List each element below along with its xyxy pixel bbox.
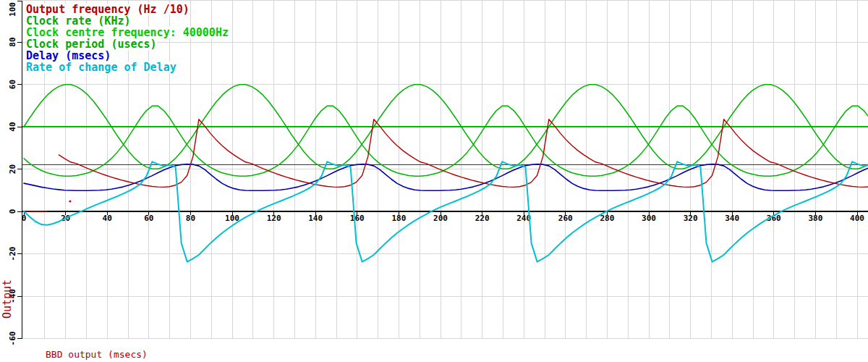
x-tick-label: 340	[725, 214, 739, 223]
legend-item-rate-of-change: Rate of change of Delay	[26, 62, 176, 73]
x-tick-label: 400	[850, 214, 864, 223]
x-axis-title: BBD output (msecs)	[46, 349, 148, 360]
y-tick-label: 60	[8, 80, 17, 89]
x-tick-label: 300	[642, 214, 656, 223]
x-tick-label: 120	[267, 214, 281, 223]
legend-item-delay: Delay (msecs)	[26, 50, 111, 62]
x-tick-label: 260	[558, 214, 573, 223]
x-tick-label: 280	[600, 214, 614, 223]
legend: Output frequency (Hz /10) Clock rate (KH…	[26, 4, 229, 73]
stray-data-point	[69, 200, 71, 202]
legend-item-clock-rate: Clock rate (KHz)	[26, 15, 131, 27]
legend-item-clock-period: Clock period (usecs)	[26, 38, 157, 50]
series-layer	[24, 85, 868, 262]
x-tick-label: 140	[308, 214, 323, 223]
legend-item-clock-centre-frequency: Clock centre frequency: 40000Hz	[26, 27, 229, 38]
x-tick-label: 180	[391, 214, 406, 223]
legend-item-output-frequency: Output frequency (Hz /10)	[26, 4, 190, 15]
y-tick-label: 40	[8, 122, 17, 131]
y-axis-title: Output	[1, 279, 14, 319]
y-tick-label: 0	[8, 209, 17, 214]
x-tick-label: 320	[684, 214, 698, 223]
bbd-analysis-chart: 0204060801001201401601802002202402602803…	[0, 0, 868, 362]
x-tick-label: 0	[22, 214, 27, 223]
x-tick-label: 220	[475, 214, 490, 223]
y-tick-label: -20	[8, 247, 17, 261]
x-tick-label: 40	[103, 214, 112, 223]
x-tick-label: 380	[808, 214, 822, 223]
x-tick-label: 160	[350, 214, 365, 223]
x-tick-label: 80	[186, 214, 195, 223]
y-tick-label: 20	[8, 164, 17, 174]
x-tick-label: 60	[144, 214, 153, 223]
x-tick-label: 200	[433, 214, 448, 223]
y-tick-label: -60	[8, 332, 17, 346]
y-tick-label: 100	[8, 2, 17, 17]
y-tick-label: 80	[8, 37, 17, 46]
